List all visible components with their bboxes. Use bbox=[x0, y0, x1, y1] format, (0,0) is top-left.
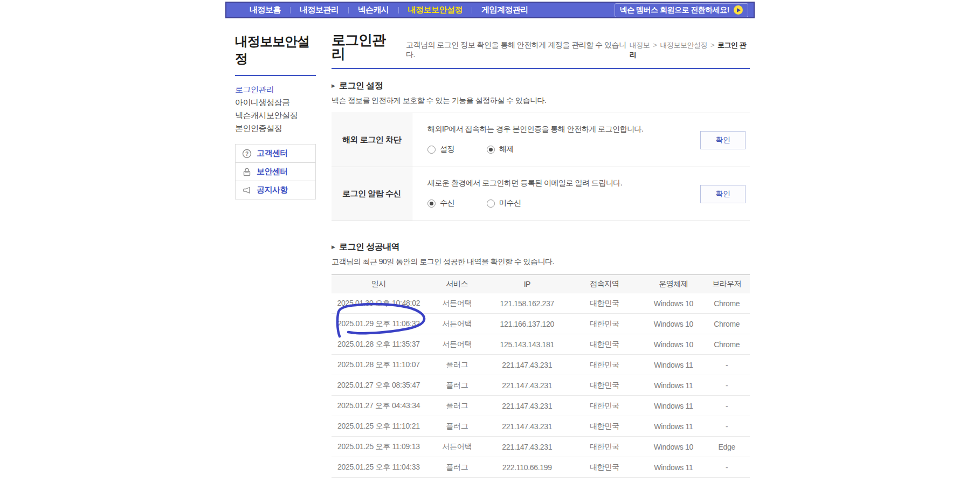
sidebar-box-label: 공지사항 bbox=[257, 185, 288, 195]
login-settings-table: 해외 로그인 차단 해외IP에서 접속하는 경우 본인인증을 통해 안전하게 로… bbox=[332, 113, 750, 221]
table-cell: 2025.01.30 오후 10:48:02 bbox=[332, 293, 426, 314]
nav-item-3[interactable]: 내정보보안설정 bbox=[399, 5, 472, 15]
nav-item-2[interactable]: 넥슨캐시 bbox=[349, 5, 398, 15]
nav-item-0[interactable]: 내정보홈 bbox=[240, 5, 290, 15]
table-cell: - bbox=[704, 457, 750, 478]
table-cell: 플러그 bbox=[426, 355, 488, 375]
table-cell: 대한민국 bbox=[566, 334, 644, 355]
breadcrumb-item[interactable]: 내정보 bbox=[630, 41, 650, 49]
login-history-table: 일시서비스IP접속지역운영체제브라우저 2025.01.30 오후 10:48:… bbox=[332, 274, 750, 482]
table-header-row: 일시서비스IP접속지역운영체제브라우저 bbox=[332, 275, 750, 293]
table-cell: - bbox=[704, 396, 750, 416]
table-cell: 2025.01.27 오후 08:35:47 bbox=[332, 375, 426, 396]
sidebar-box-security-center[interactable]: 보안센터 bbox=[235, 162, 316, 181]
table-cell: - bbox=[704, 355, 750, 375]
radio-option-not-receive[interactable]: 미수신 bbox=[487, 198, 521, 208]
table-cell: Windows 10 bbox=[643, 437, 704, 457]
column-header: 접속지역 bbox=[566, 275, 644, 293]
content-area: 내정보보안설정 로그인관리아이디생성잠금넥슨캐시보안설정본인인증설정 ? 고객센… bbox=[225, 18, 755, 482]
table-cell: Windows 11 bbox=[643, 396, 704, 416]
table-cell: Windows 10 bbox=[643, 314, 704, 334]
radio-group: 수신 미수신 bbox=[427, 198, 700, 208]
triangle-bullet-icon: ▶ bbox=[332, 245, 335, 250]
breadcrumb-separator: > bbox=[710, 41, 714, 49]
table-row: 2025.01.25 오후 11:09:13서든어택221.147.43.231… bbox=[332, 437, 750, 457]
table-cell: 221.147.43.231 bbox=[488, 416, 566, 437]
membership-banner-button[interactable]: 넥슨 멤버스 회원으로 전환하세요! bbox=[615, 3, 748, 17]
table-cell: 121.158.162.237 bbox=[488, 293, 566, 314]
table-cell: 대한민국 bbox=[566, 457, 644, 478]
setting-desc: 새로운 환경에서 로그인하면 등록된 이메일로 알려 드립니다. bbox=[427, 178, 700, 188]
breadcrumb-item[interactable]: 내정보보안설정 bbox=[660, 41, 707, 49]
radio-unchecked-icon[interactable] bbox=[487, 199, 495, 208]
table-cell: 서든어택 bbox=[426, 314, 488, 334]
table-cell: 대한민국 bbox=[566, 416, 644, 437]
radio-label: 수신 bbox=[440, 198, 454, 208]
login-settings-section-head: ▶ 로그인 설정 bbox=[332, 80, 750, 92]
table-cell: 대한민국 bbox=[566, 478, 644, 482]
table-cell: 대한민국 bbox=[566, 355, 644, 375]
nav-item-1[interactable]: 내정보관리 bbox=[291, 5, 348, 15]
sidebar-box-label: 보안센터 bbox=[257, 167, 288, 177]
radio-group: 설정 해제 bbox=[427, 144, 700, 154]
setting-label: 해외 로그인 차단 bbox=[332, 113, 412, 167]
table-row: 2025.01.25 오전 10:52:40플러그119.205.6.87대한민… bbox=[332, 478, 750, 482]
setting-button-cell: 확인 bbox=[700, 167, 750, 221]
sidebar-box-notices[interactable]: 공지사항 bbox=[235, 181, 316, 199]
table-row: 2025.01.28 오후 11:35:37서든어택125.143.143.18… bbox=[332, 334, 750, 355]
sidebar-item-2[interactable]: 넥슨캐시보안설정 bbox=[235, 109, 316, 122]
column-header: 일시 bbox=[332, 275, 426, 293]
table-cell: 서든어택 bbox=[426, 334, 488, 355]
sidebar-box-customer-center[interactable]: ? 고객센터 bbox=[235, 144, 316, 163]
table-cell: Windows 11 bbox=[643, 355, 704, 375]
nav-item-4[interactable]: 게임계정관리 bbox=[472, 5, 537, 15]
page-title: 로그인관리 bbox=[332, 33, 397, 61]
sidebar: 내정보보안설정 로그인관리아이디생성잠금넥슨캐시보안설정본인인증설정 ? 고객센… bbox=[235, 18, 316, 482]
megaphone-icon bbox=[242, 185, 252, 195]
table-cell: 2025.01.27 오후 04:43:34 bbox=[332, 396, 426, 416]
table-cell: Windows 10 bbox=[643, 293, 704, 314]
setting-label: 로그인 알람 수신 bbox=[332, 167, 412, 221]
column-header: 운영체제 bbox=[643, 275, 704, 293]
page-subtitle: 고객님의 로그인 정보 확인을 통해 안전하게 계정을 관리할 수 있습니다. bbox=[406, 40, 630, 61]
table-cell: 플러그 bbox=[426, 478, 488, 482]
table-cell: 2025.01.25 오후 11:09:13 bbox=[332, 437, 426, 457]
setting-row-foreign-login-block: 해외 로그인 차단 해외IP에서 접속하는 경우 본인인증을 통해 안전하게 로… bbox=[332, 113, 750, 167]
sidebar-item-0[interactable]: 로그인관리 bbox=[235, 83, 316, 96]
question-circle-icon: ? bbox=[242, 149, 252, 159]
confirm-button[interactable]: 확인 bbox=[700, 185, 746, 203]
sidebar-menu: 로그인관리아이디생성잠금넥슨캐시보안설정본인인증설정 bbox=[235, 83, 316, 135]
breadcrumb-separator: > bbox=[653, 41, 657, 49]
table-cell: - bbox=[704, 375, 750, 396]
column-header: 서비스 bbox=[426, 275, 488, 293]
login-history-section-head: ▶ 로그인 성공내역 bbox=[332, 242, 750, 253]
table-cell: 119.205.6.87 bbox=[488, 478, 566, 482]
triangle-bullet-icon: ▶ bbox=[332, 84, 335, 88]
column-header: IP bbox=[488, 275, 566, 293]
sidebar-item-3[interactable]: 본인인증설정 bbox=[235, 122, 316, 135]
table-cell: 대한민국 bbox=[566, 437, 644, 457]
table-row: 2025.01.29 오후 11:06:32서든어택121.166.137.12… bbox=[332, 314, 750, 334]
nav-menu: 내정보홈내정보관리넥슨캐시내정보보안설정게임계정관리 bbox=[240, 5, 537, 15]
table-cell: Windows 11 bbox=[643, 375, 704, 396]
lock-icon bbox=[242, 167, 252, 177]
sidebar-item-1[interactable]: 아이디생성잠금 bbox=[235, 96, 316, 109]
table-cell: 플러그 bbox=[426, 396, 488, 416]
table-cell: 2025.01.25 오후 11:10:21 bbox=[332, 416, 426, 437]
radio-unchecked-icon[interactable] bbox=[427, 146, 436, 154]
table-cell: - bbox=[704, 478, 750, 482]
confirm-button[interactable]: 확인 bbox=[700, 131, 746, 149]
page-container: 내정보홈내정보관리넥슨캐시내정보보안설정게임계정관리 넥슨 멤버스 회원으로 전… bbox=[225, 2, 755, 482]
radio-option-set[interactable]: 설정 bbox=[427, 144, 454, 154]
table-cell: 서든어택 bbox=[426, 437, 488, 457]
play-circle-icon bbox=[734, 5, 743, 15]
radio-option-receive[interactable]: 수신 bbox=[427, 198, 454, 208]
radio-checked-icon[interactable] bbox=[487, 146, 495, 154]
radio-option-unset[interactable]: 해제 bbox=[487, 144, 514, 154]
membership-banner-label: 넥슨 멤버스 회원으로 전환하세요! bbox=[620, 5, 729, 15]
setting-row-login-alert: 로그인 알람 수신 새로운 환경에서 로그인하면 등록된 이메일로 알려 드립니… bbox=[332, 167, 750, 221]
radio-checked-icon[interactable] bbox=[427, 199, 436, 208]
sidebar-boxes: ? 고객센터 보안센터 공지사항 bbox=[235, 144, 316, 199]
login-history-section-desc: 고객님의 최근 90일 동안의 로그인 성공한 내역을 확인할 수 있습니다. bbox=[332, 257, 750, 267]
table-cell: Windows 10 bbox=[643, 478, 704, 482]
